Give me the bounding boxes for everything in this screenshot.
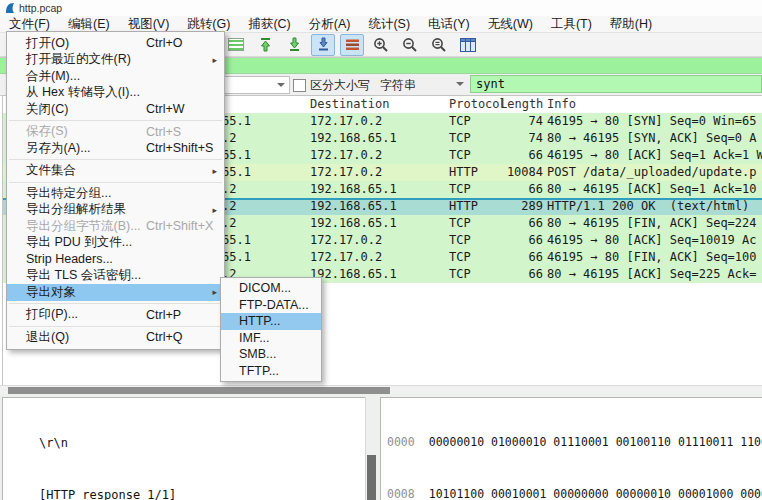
cell-destination: 172.17.0.2: [310, 148, 445, 162]
cell-source: 65.1: [222, 165, 267, 179]
cell-length: 74: [481, 131, 543, 145]
cell-destination: 192.168.65.1: [310, 199, 445, 213]
menu-separator: [9, 303, 222, 304]
cell-info: HTTP/1.1 200 OK (text/html): [547, 199, 762, 213]
menu-telephony[interactable]: 电话(Y): [419, 16, 479, 32]
cell-info: POST /data/_uploaded/update.p: [547, 165, 762, 179]
bytes-row[interactable]: 000810101100 00010001 00000000 00000010 …: [387, 486, 762, 500]
cell-length: 66: [481, 182, 543, 196]
menu-item-export-tls-keys[interactable]: 导出 TLS 会话密钥...: [7, 268, 224, 285]
menu-separator: [9, 159, 222, 160]
details-vscrollbar[interactable]: [365, 397, 377, 500]
find-type-combobox[interactable]: 字符串: [372, 76, 468, 92]
resize-columns-icon[interactable]: [456, 34, 480, 56]
find-type-value: 字符串: [380, 77, 416, 94]
menu-wireless[interactable]: 无线(W): [479, 16, 542, 32]
menu-item-file-set[interactable]: 文件集合: [7, 163, 224, 180]
menu-help[interactable]: 帮助(H): [601, 16, 661, 32]
menu-item-export-packet-bytes: 导出分组字节流(B)...Ctrl+Shift+X: [7, 218, 224, 235]
cell-source: 65.1: [222, 148, 267, 162]
cell-info: 46195 → 80 [FIN, ACK] Seq=100: [547, 250, 762, 264]
column-header-info[interactable]: Info: [547, 97, 762, 111]
case-sensitive-checkbox[interactable]: [293, 79, 306, 92]
submenu-item-dicom[interactable]: DICOM...: [221, 280, 321, 297]
cell-destination: 172.17.0.2: [310, 114, 445, 128]
cell-destination: 192.168.65.1: [310, 216, 445, 230]
colorize-rules-icon[interactable]: [224, 34, 248, 56]
menu-separator: [9, 326, 222, 327]
wireshark-logo-icon: [5, 2, 15, 14]
menu-item-save-as[interactable]: 另存为(A)...Ctrl+Shift+S: [7, 140, 224, 157]
menu-item-print[interactable]: 打印(P)...Ctrl+P: [7, 307, 224, 324]
menu-file[interactable]: 文件(F): [0, 16, 59, 32]
chevron-down-icon: [277, 83, 285, 87]
menu-separator: [9, 120, 222, 121]
zoom-in-icon[interactable]: [369, 34, 393, 56]
submenu-item-smb[interactable]: SMB...: [221, 346, 321, 363]
submenu-item-http[interactable]: HTTP...: [221, 313, 321, 330]
menu-item-quit[interactable]: 退出(Q)Ctrl+Q: [7, 329, 224, 346]
submenu-item-imf[interactable]: IMF...: [221, 330, 321, 347]
cell-length: 66: [481, 233, 543, 247]
auto-scroll-icon[interactable]: [311, 34, 335, 56]
menu-item-save: 保存(S)Ctrl+S: [7, 124, 224, 141]
packet-bytes-pane: 000000000010 01000010 01110001 00100110 …: [380, 397, 762, 500]
cell-length: 66: [481, 250, 543, 264]
hscrollbar-thumb[interactable]: [8, 387, 390, 394]
submenu-item-tftp[interactable]: TFTP...: [221, 363, 321, 380]
menu-statistics[interactable]: 统计(S): [359, 16, 419, 32]
menu-analyze[interactable]: 分析(A): [300, 16, 360, 32]
cell-length: 66: [481, 267, 543, 281]
wireshark-window: http.pcap 文件(F) 编辑(E) 视图(V) 跳转(G) 捕获(C) …: [0, 0, 762, 500]
byte-bits: 10101100 00010001 00000000 00000010 0000…: [429, 487, 762, 500]
cell-source: .2: [222, 199, 267, 213]
menu-item-export-specified-packets[interactable]: 导出特定分组...: [7, 185, 224, 202]
menu-item-import-hex[interactable]: 从 Hex 转储导入(I)...: [7, 85, 224, 102]
find-input[interactable]: [471, 76, 761, 92]
menu-item-export-objects[interactable]: 导出对象: [7, 284, 224, 301]
cell-info: 46195 → 80 [SYN] Seq=0 Win=65: [547, 114, 762, 128]
cell-info: 80 → 46195 [SYN, ACK] Seq=0 A: [547, 131, 762, 145]
cell-length: 10084: [481, 165, 543, 179]
cell-source: .2: [222, 216, 267, 230]
vscrollbar-thumb[interactable]: [367, 455, 376, 500]
menu-item-export-pdus[interactable]: 导出 PDU 到文件...: [7, 235, 224, 252]
menu-item-close[interactable]: 关闭(C)Ctrl+W: [7, 101, 224, 118]
menu-edit[interactable]: 编辑(E): [59, 16, 119, 32]
byte-offset: 0000: [387, 435, 415, 449]
colorize-packets-icon[interactable]: [340, 34, 364, 56]
cell-length: 289: [481, 199, 543, 213]
menu-item-open-recent[interactable]: 打开最近的文件(R): [7, 52, 224, 69]
detail-line[interactable]: \r\n: [39, 435, 375, 452]
case-sensitive-label: 区分大小写: [310, 77, 370, 94]
zoom-original-icon[interactable]: [427, 34, 451, 56]
menu-capture[interactable]: 捕获(C): [239, 16, 299, 32]
window-title: http.pcap: [19, 2, 62, 14]
menu-go[interactable]: 跳转(G): [178, 16, 239, 32]
zoom-out-icon[interactable]: [398, 34, 422, 56]
go-last-packet-icon[interactable]: [282, 34, 306, 56]
menu-item-strip-headers[interactable]: Strip Headers...: [7, 251, 224, 268]
menu-item-merge[interactable]: 合并(M)...: [7, 68, 224, 85]
cell-source: .2: [222, 182, 267, 196]
column-header-length[interactable]: Length: [500, 97, 543, 111]
cell-source: .2: [222, 131, 267, 145]
bytes-row[interactable]: 000000000010 01000010 01110001 00100110 …: [387, 434, 762, 451]
cell-length: 66: [481, 216, 543, 230]
byte-offset: 0008: [387, 487, 415, 500]
menu-view[interactable]: 视图(V): [119, 16, 179, 32]
menu-tools[interactable]: 工具(T): [542, 16, 601, 32]
find-input-wrap: [470, 75, 762, 93]
cell-length: 74: [481, 114, 543, 128]
go-first-packet-icon[interactable]: [253, 34, 277, 56]
column-header-protocol[interactable]: Protocol: [449, 97, 497, 111]
menu-item-export-dissections[interactable]: 导出分组解析结果: [7, 202, 224, 219]
menu-item-open[interactable]: 打开(O)Ctrl+O: [7, 35, 224, 52]
detail-line[interactable]: [HTTP response 1/1]: [39, 487, 375, 500]
cell-destination: 192.168.65.1: [310, 267, 445, 281]
column-header-destination[interactable]: Destination: [310, 97, 445, 111]
cell-info: 46195 → 80 [ACK] Seq=1 Ack=1 W: [547, 148, 762, 162]
file-menu-panel: 打开(O)Ctrl+O 打开最近的文件(R) 合并(M)... 从 Hex 转储…: [6, 31, 225, 350]
submenu-item-ftp-data[interactable]: FTP-DATA...: [221, 297, 321, 314]
byte-bits: 00000010 01000010 01110001 00100110 0111…: [429, 435, 762, 449]
